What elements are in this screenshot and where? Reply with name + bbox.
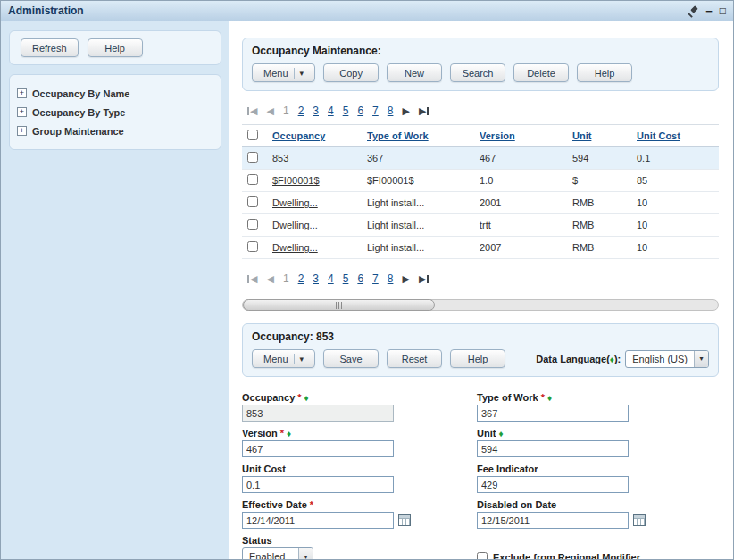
page-link-4[interactable]: 4 — [328, 104, 334, 117]
minimize-icon[interactable]: − — [705, 5, 713, 17]
column-header-unit-cost[interactable]: Unit Cost — [637, 130, 680, 141]
cell-unit-cost: 10 — [631, 192, 719, 214]
occupancy-input[interactable] — [242, 405, 394, 422]
table-row[interactable]: Dwelling... Light install... trtt RMB 10 — [242, 214, 719, 237]
table-header-row: Occupancy Type of Work Version Unit Unit… — [242, 125, 719, 147]
reset-button[interactable]: Reset — [387, 349, 442, 368]
column-header-unit[interactable]: Unit — [572, 130, 591, 141]
pin-icon[interactable] — [687, 5, 698, 17]
version-label: Version — [242, 428, 278, 439]
page-link-5[interactable]: 5 — [343, 104, 349, 117]
last-page-button[interactable]: ▶ — [419, 273, 429, 285]
unit-cost-label: Unit Cost — [242, 464, 286, 474]
help-button-sidebar[interactable]: Help — [88, 38, 143, 57]
exclude-regional-modifier-checkbox[interactable] — [477, 552, 488, 560]
cell-version: 467 — [474, 147, 567, 170]
page-link-2[interactable]: 2 — [298, 104, 304, 117]
page-link-3[interactable]: 3 — [313, 104, 319, 117]
occupancy-link[interactable]: Dwelling... — [272, 242, 318, 253]
tree-item-occupancy-by-type[interactable]: + Occupancy By Type — [17, 103, 213, 121]
page-link-2[interactable]: 2 — [298, 272, 304, 285]
page-link-6[interactable]: 6 — [357, 104, 363, 117]
occupancy-link[interactable]: 853 — [272, 153, 288, 163]
page-link-6[interactable]: 6 — [357, 272, 363, 285]
table-row[interactable]: $FI00001$ $FI00001$ 1.0 $ 85 — [242, 170, 719, 192]
page-link-7[interactable]: 7 — [372, 104, 379, 117]
column-header-version[interactable]: Version — [480, 130, 515, 141]
detail-menu-button[interactable]: Menu ▾ — [252, 349, 315, 368]
last-page-button[interactable]: ▶ — [419, 105, 429, 117]
column-header-occupancy[interactable]: Occupancy — [272, 130, 325, 141]
row-checkbox[interactable] — [247, 241, 258, 252]
page-link-3[interactable]: 3 — [313, 272, 319, 285]
select-all-checkbox[interactable] — [247, 130, 258, 140]
status-select[interactable]: Enabled ▾ — [242, 547, 313, 560]
fee-indicator-input[interactable] — [477, 476, 629, 493]
next-page-button[interactable]: ▶ — [402, 105, 409, 117]
cell-unit-cost: 0.1 — [631, 147, 719, 170]
save-button[interactable]: Save — [323, 349, 379, 368]
row-checkbox[interactable] — [247, 196, 258, 207]
expand-icon[interactable]: + — [17, 107, 27, 117]
table-row[interactable]: 853 367 467 594 0.1 — [242, 147, 719, 170]
cell-type-of-work: 367 — [362, 147, 474, 170]
tree-item-label[interactable]: Occupancy By Type — [32, 107, 125, 118]
prev-page-button[interactable]: ◀ — [266, 273, 273, 285]
unit-cost-input[interactable] — [242, 476, 394, 493]
calendar-icon[interactable] — [398, 514, 411, 526]
page-link-5[interactable]: 5 — [343, 272, 349, 285]
tree-item-label[interactable]: Occupancy By Name — [32, 88, 129, 99]
page-link-8[interactable]: 8 — [388, 272, 394, 285]
expand-icon[interactable]: + — [17, 126, 27, 136]
tree-item-group-maintenance[interactable]: + Group Maintenance — [17, 121, 213, 140]
expand-icon[interactable]: + — [17, 88, 27, 98]
detail-toolbar: Menu ▾ Save Reset Help Data Language(♦):… — [252, 349, 709, 368]
first-page-button[interactable]: ◀ — [247, 105, 257, 117]
cell-version: 2007 — [474, 237, 567, 259]
prev-page-button[interactable]: ◀ — [266, 105, 273, 117]
maximize-icon[interactable]: □ — [720, 5, 726, 16]
page-link-4[interactable]: 4 — [328, 272, 334, 285]
help-button-list[interactable]: Help — [577, 63, 632, 82]
cell-unit: $ — [567, 170, 631, 192]
table-row[interactable]: Dwelling... Light install... 2007 RMB 10 — [242, 237, 719, 259]
field-exclude-regional-modifier: Exclude from Regional Modifier — [477, 535, 700, 560]
menu-button[interactable]: Menu ▾ — [252, 63, 315, 82]
tree-item-occupancy-by-name[interactable]: + Occupancy By Name — [17, 84, 213, 103]
row-checkbox[interactable] — [247, 152, 258, 163]
occupancy-link[interactable]: Dwelling... — [272, 220, 318, 230]
administration-window: Administration − □ Refresh Help + Occupa… — [0, 0, 734, 560]
disabled-on-date-input[interactable] — [477, 512, 629, 529]
type-of-work-input[interactable] — [477, 405, 629, 422]
horizontal-scrollbar[interactable] — [242, 299, 719, 311]
column-header-type-of-work[interactable]: Type of Work — [367, 130, 429, 141]
field-occupancy: Occupancy*♦ — [242, 392, 477, 424]
data-language-select[interactable]: English (US) ▾ — [625, 350, 709, 368]
occupancy-link[interactable]: Dwelling... — [272, 197, 318, 208]
version-input[interactable] — [242, 440, 394, 457]
search-button[interactable]: Search — [450, 63, 505, 82]
refresh-button[interactable]: Refresh — [21, 38, 79, 57]
new-button[interactable]: New — [387, 63, 442, 82]
fee-indicator-label: Fee Indicator — [477, 464, 538, 474]
first-page-button[interactable]: ◀ — [247, 273, 257, 285]
required-marker: * — [310, 499, 313, 510]
page-link-7[interactable]: 7 — [372, 272, 379, 285]
table-row[interactable]: Dwelling... Light install... 2001 RMB 10 — [242, 192, 719, 214]
occupancy-link[interactable]: $FI00001$ — [272, 175, 320, 186]
unit-input[interactable] — [477, 440, 629, 457]
chevron-down-icon: ▾ — [298, 548, 313, 560]
copy-button[interactable]: Copy — [323, 63, 379, 82]
last-page-icon: ▶ — [419, 273, 426, 285]
next-page-button[interactable]: ▶ — [402, 273, 409, 285]
row-checkbox[interactable] — [247, 174, 258, 185]
scrollbar-thumb[interactable] — [243, 299, 435, 311]
row-checkbox[interactable] — [247, 219, 258, 230]
page-link-8[interactable]: 8 — [388, 104, 394, 117]
delete-button[interactable]: Delete — [513, 63, 569, 82]
help-button-detail[interactable]: Help — [450, 349, 505, 368]
cell-type-of-work: Light install... — [362, 192, 474, 214]
calendar-icon[interactable] — [633, 514, 646, 526]
effective-date-input[interactable] — [242, 512, 394, 529]
tree-item-label[interactable]: Group Maintenance — [32, 126, 124, 137]
